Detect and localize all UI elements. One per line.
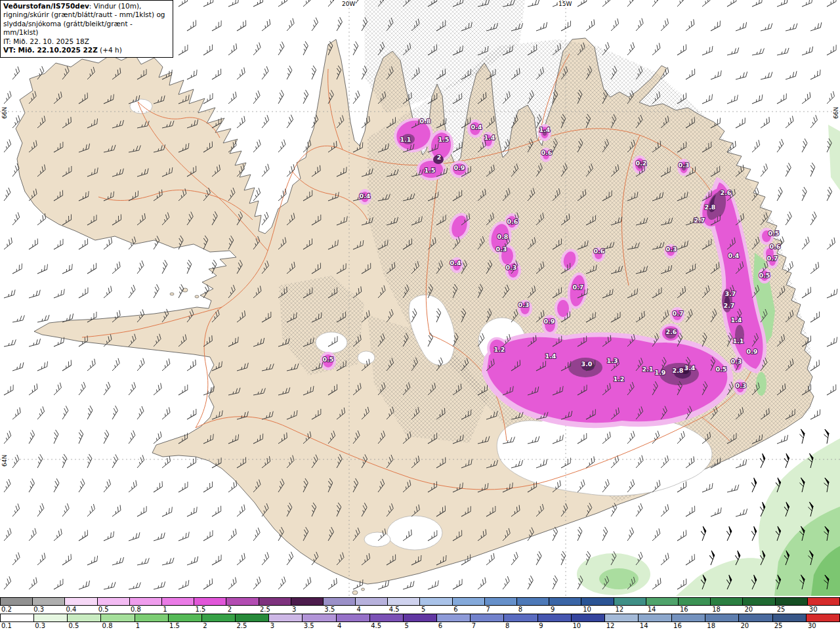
colorbar-tick-label: 0.3	[32, 606, 64, 614]
precip-value-label: 2	[437, 154, 442, 161]
colorbar-tick-label: 0.4	[64, 606, 96, 614]
colorbar-segment	[679, 598, 711, 605]
colorbar-segment	[236, 614, 269, 621]
colorbar-tick-label: 6	[452, 606, 484, 614]
precip-value-label: 0.7	[673, 310, 684, 317]
colorbar-tick-label: 10	[581, 606, 614, 614]
precip-value-label: 1.4	[545, 352, 556, 360]
precip-value-label: 2.1	[642, 366, 654, 373]
precip-value-label: 1.4	[484, 134, 495, 141]
precip-value-label: 0.9	[544, 318, 555, 325]
precip-value-label: 0.3	[679, 161, 690, 169]
colorbar-tick-label: 2.5	[235, 622, 268, 630]
legend-valid-time: VT: Mið. 22.10.2025 22Z (+4 h)	[3, 46, 169, 54]
precip-value-label: 1.2	[614, 375, 625, 383]
colorbar-lower	[0, 614, 840, 622]
glacier-eyjafjallajokull	[364, 532, 390, 547]
colorbar-segment	[169, 614, 202, 621]
precip-value-label: 0.6	[507, 218, 518, 225]
colorbar-segment	[605, 614, 639, 621]
colorbar-tick-label: 3	[291, 606, 323, 614]
colorbar-tick-label: 4	[356, 606, 388, 614]
colorbar-tick-label: 5	[420, 606, 452, 614]
colorbar-segment	[646, 598, 679, 605]
precip-value-label: 3.4	[684, 364, 696, 371]
precip-value-label: 0.8	[497, 233, 509, 240]
precip-value-label: 3.0	[581, 360, 593, 368]
colorbar-tick-label: 1	[135, 622, 168, 630]
colorbar-tick-label: 5	[403, 622, 436, 630]
colorbar-segment	[639, 614, 672, 621]
colorbar-tick-label: 18	[711, 606, 743, 614]
colorbar-segment	[33, 598, 65, 605]
colorbar-segment	[549, 598, 581, 605]
colorbar-segment	[269, 614, 303, 621]
colorbar-tick-label: 3.5	[303, 622, 336, 630]
colorbar-tick-label: 8	[504, 622, 537, 630]
precip-value-label: 0.3	[518, 301, 530, 308]
colorbar-segment	[98, 598, 130, 605]
colorbar-segment	[420, 598, 452, 605]
precip-value-label: 0.2	[636, 159, 647, 167]
colorbar-segment	[135, 614, 169, 621]
precip-value-label: 0.7	[573, 284, 584, 291]
colorbar-segment	[34, 614, 68, 621]
precip-value-label: 3.7	[725, 290, 736, 297]
colorbar-segment	[739, 614, 772, 621]
colorbar-tick-label: 6	[437, 622, 471, 630]
colorbar-tick-label: 1.5	[168, 622, 201, 630]
colorbar-segment	[1, 614, 34, 621]
precip-value-label: 2.6	[666, 328, 677, 335]
colorbar-segment	[259, 598, 291, 605]
colorbar-tick-label: 12	[614, 606, 646, 614]
precip-value-label: 2.7	[724, 302, 735, 309]
legend-init-time: IT: Mið. 22. 10. 2025 18Z	[3, 37, 169, 46]
colorbar-panel: 0.20.30.40.50.811.522.533.544.5567891012…	[0, 596, 840, 630]
precip-value-label: 2.8	[705, 203, 716, 211]
colorbar-segment	[1, 598, 33, 605]
colorbar-tick-label: 1.5	[194, 606, 226, 614]
colorbar-tick-label: 0.8	[101, 622, 135, 630]
colorbar-segment	[471, 614, 504, 621]
colorbar-segment	[807, 614, 839, 621]
colorbar-tick-label: 2.5	[259, 606, 291, 614]
colorbar-tick-label: 30	[807, 622, 840, 630]
island	[170, 293, 174, 295]
colorbar-segment	[388, 598, 420, 605]
precip-value-label: 0.5	[323, 356, 334, 363]
colorbar-segment	[226, 598, 259, 605]
colorbar-segment	[202, 614, 236, 621]
colorbar-segment	[68, 614, 101, 621]
colorbar-tick-label: 10	[571, 622, 604, 630]
colorbar-tick-label: 2	[226, 606, 259, 614]
colorbar-tick-label: 0.3	[33, 622, 67, 630]
precip-value-label: 0.4	[471, 123, 482, 131]
colorbar-tick-label: 20	[739, 622, 772, 630]
graticule-label: 66N	[833, 106, 839, 119]
precip-value-label: 1.4	[731, 316, 742, 324]
colorbar-segment	[705, 614, 739, 621]
colorbar-tick-label: 3.5	[323, 606, 355, 614]
island	[195, 295, 199, 298]
precip-value-label: 0.5	[716, 366, 727, 373]
colorbar-segment	[517, 598, 549, 605]
snow-patch	[358, 351, 375, 364]
graticule-label: 64N	[1, 454, 8, 467]
colorbar-segment	[504, 614, 537, 621]
precip-value-label: 0.4	[728, 252, 740, 259]
colorbar-tick-label: 25	[776, 606, 808, 614]
colorbar-segment	[130, 598, 162, 605]
graticule-label: 15W	[558, 1, 572, 7]
precip-value-label: 0.3	[666, 245, 677, 253]
precip-value-label: 0.3	[736, 382, 747, 389]
colorbar-tick-label: 1	[161, 606, 194, 614]
colorbar-tick-label: 12	[605, 622, 639, 630]
colorbar-segment	[773, 614, 807, 621]
colorbar-tick-label: 0.8	[129, 606, 161, 614]
legend-line-rain: rigning/skúrir (grænt/blátt/rautt - mm/1…	[3, 10, 169, 19]
colorbar-segment	[324, 598, 356, 605]
precip-value-label: 0.4	[450, 259, 461, 266]
colorbar-tick-label: 30	[808, 606, 840, 614]
colorbar-segment	[337, 614, 370, 621]
colorbar-tick-label: 18	[705, 622, 739, 630]
